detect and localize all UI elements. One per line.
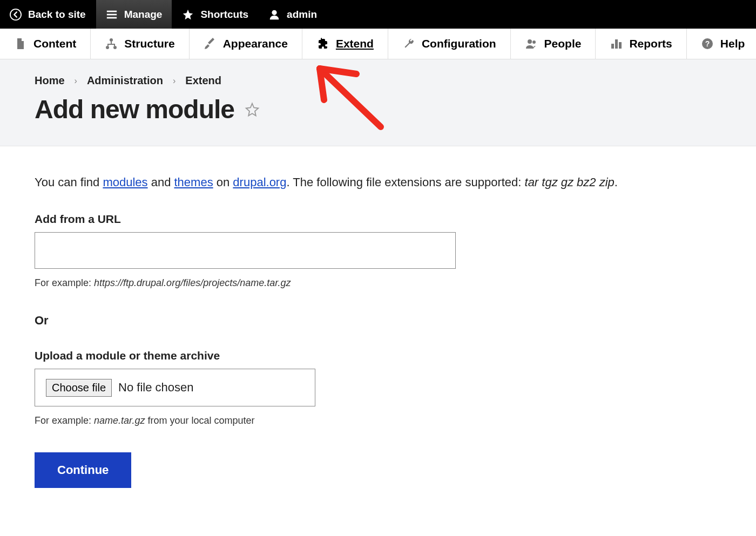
intro-text: You can find modules and themes on drupa… [35, 173, 667, 191]
svg-point-4 [272, 10, 277, 15]
url-input[interactable] [35, 232, 456, 269]
wrench-icon [402, 37, 415, 50]
adminbar-help[interactable]: ? Help [687, 29, 756, 59]
user-icon [268, 9, 280, 21]
shortcuts-button[interactable]: Shortcuts [172, 0, 259, 29]
upload-help-text: For example: name.tar.gz from your local… [35, 415, 667, 426]
choose-file-button[interactable]: Choose file [46, 379, 112, 397]
upload-label: Upload a module or theme archive [35, 349, 667, 362]
manage-label: Manage [124, 9, 163, 21]
themes-link[interactable]: themes [174, 175, 213, 189]
adminbar-appearance[interactable]: Appearance [190, 29, 302, 59]
svg-rect-1 [106, 10, 116, 12]
breadcrumb-sep: › [75, 76, 77, 86]
svg-rect-10 [611, 44, 614, 49]
page-header: Home › Administration › Extend Add new m… [0, 59, 756, 146]
manage-button[interactable]: Manage [96, 0, 173, 29]
supported-extensions: tar tgz gz bz2 zip [525, 175, 615, 189]
main-content: You can find modules and themes on drupa… [0, 146, 702, 515]
svg-rect-3 [106, 17, 116, 18]
paintbrush-icon [204, 37, 217, 50]
bar-chart-icon [610, 37, 623, 50]
top-toolbar: Back to site Manage Shortcuts admin [0, 0, 756, 29]
shortcuts-label: Shortcuts [200, 9, 248, 21]
url-label: Add from a URL [35, 213, 667, 226]
adminbar-reports[interactable]: Reports [596, 29, 686, 59]
breadcrumb-home[interactable]: Home [35, 74, 65, 87]
hamburger-icon [106, 9, 118, 21]
svg-point-5 [110, 38, 113, 42]
user-label: admin [287, 9, 317, 21]
adminbar-content[interactable]: Content [0, 29, 91, 59]
adminbar-people[interactable]: People [511, 29, 596, 59]
adminbar-label: Reports [629, 37, 672, 50]
breadcrumb-sep: › [173, 76, 176, 86]
adminbar-configuration[interactable]: Configuration [388, 29, 511, 59]
continue-button[interactable]: Continue [35, 452, 131, 488]
adminbar-extend[interactable]: Extend [302, 29, 388, 59]
people-icon [525, 37, 538, 50]
puzzle-icon [316, 37, 329, 50]
svg-point-6 [106, 46, 109, 49]
adminbar-label: Configuration [422, 37, 496, 50]
hierarchy-icon [105, 37, 118, 50]
file-input-wrapper[interactable]: Choose file No file chosen [35, 369, 315, 406]
svg-rect-11 [615, 39, 618, 49]
svg-point-7 [113, 46, 117, 49]
svg-point-9 [532, 40, 536, 44]
adminbar-label: Structure [124, 37, 174, 50]
file-icon [14, 37, 27, 50]
help-icon: ? [701, 37, 714, 50]
or-separator: Or [35, 314, 667, 328]
modules-link[interactable]: modules [103, 175, 147, 189]
adminbar-label: Help [720, 37, 745, 50]
breadcrumb: Home › Administration › Extend [35, 74, 721, 87]
svg-rect-12 [619, 42, 622, 49]
shortcut-star-icon[interactable] [244, 101, 260, 118]
user-menu-button[interactable]: admin [259, 0, 327, 29]
adminbar-label: Extend [336, 37, 374, 50]
adminbar-label: People [544, 37, 582, 50]
breadcrumb-extend[interactable]: Extend [185, 74, 221, 87]
adminbar-label: Content [33, 37, 76, 50]
star-icon [182, 9, 194, 21]
back-circle-icon [10, 9, 22, 21]
url-help-text: For example: https://ftp.drupal.org/file… [35, 277, 667, 289]
adminbar-structure[interactable]: Structure [91, 29, 189, 59]
back-to-site-button[interactable]: Back to site [0, 0, 96, 29]
svg-text:?: ? [705, 39, 710, 48]
adminbar-label: Appearance [223, 37, 288, 50]
back-to-site-label: Back to site [28, 9, 86, 21]
page-title: Add new module [35, 94, 234, 124]
file-status-text: No file chosen [118, 381, 193, 395]
admin-menu: Content Structure Appearance Extend Conf… [0, 29, 756, 59]
drupal-org-link[interactable]: drupal.org [233, 175, 286, 189]
svg-point-8 [528, 39, 532, 44]
breadcrumb-admin[interactable]: Administration [87, 74, 163, 87]
svg-rect-2 [106, 13, 116, 15]
svg-point-0 [10, 9, 21, 19]
